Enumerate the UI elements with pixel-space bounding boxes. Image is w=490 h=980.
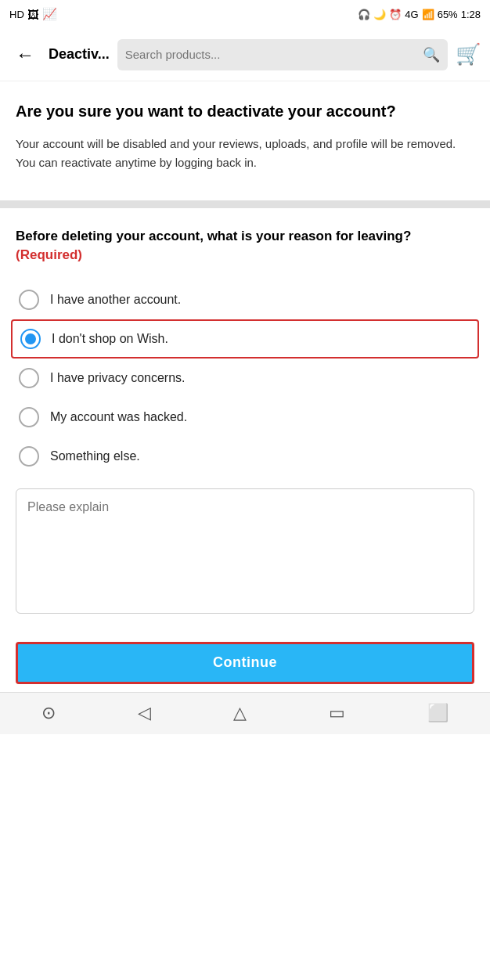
nav-home-button[interactable]: ⊙ — [31, 698, 67, 728]
bottom-area: Continue — [0, 629, 490, 684]
radio-circle-2 — [20, 329, 41, 349]
media-icon: 🖼 — [27, 8, 39, 21]
chart-icon: 📈 — [42, 7, 57, 21]
radio-option-1[interactable]: I have another account. — [16, 280, 474, 319]
question-title: Are you sure you want to deactivate your… — [16, 100, 474, 122]
radio-label-2: I don't shop on Wish. — [52, 332, 168, 346]
search-icon: 🔍 — [423, 46, 440, 63]
hd-label: HD — [9, 9, 24, 20]
signal-icon: 📶 — [422, 9, 434, 20]
battery-label: 65% — [438, 9, 458, 20]
nav-recents-button[interactable]: ▭ — [318, 698, 356, 728]
radio-circle-1 — [19, 290, 39, 310]
status-bar-right: 🎧 🌙 ⏰ 4G 📶 65% 1:28 — [358, 9, 481, 20]
nav-menu-button[interactable]: ⬜ — [416, 698, 459, 728]
main-content: Are you sure you want to deactivate your… — [0, 81, 490, 185]
radio-label-1: I have another account. — [50, 293, 181, 307]
status-bar: HD 🖼 📈 🎧 🌙 ⏰ 4G 📶 65% 1:28 — [0, 0, 490, 28]
status-bar-left: HD 🖼 📈 — [9, 7, 57, 21]
required-label: (Required) — [16, 247, 82, 262]
search-input[interactable] — [125, 48, 418, 61]
radio-label-3: I have privacy concerns. — [50, 371, 186, 385]
back-button[interactable]: ← — [9, 41, 41, 69]
toolbar: ← Deactiv... 🔍 🛒 — [0, 28, 490, 81]
radio-circle-3 — [19, 368, 39, 388]
explain-textarea[interactable] — [16, 488, 474, 614]
alarm-icon: ⏰ — [389, 9, 402, 20]
moon-icon: 🌙 — [373, 9, 386, 20]
reason-title: Before deleting your account, what is yo… — [16, 227, 474, 265]
bottom-nav: ⊙ ◁ △ ▭ ⬜ — [0, 692, 490, 734]
radio-circle-5 — [19, 446, 39, 467]
cart-button[interactable]: 🛒 — [456, 42, 481, 67]
radio-option-5[interactable]: Something else. — [16, 437, 474, 476]
radio-label-5: Something else. — [50, 449, 140, 463]
continue-button[interactable]: Continue — [16, 642, 474, 684]
page-title: Deactiv... — [49, 46, 110, 63]
time-label: 1:28 — [461, 9, 481, 20]
network-label: 4G — [405, 9, 418, 20]
nav-back-button[interactable]: ◁ — [127, 698, 162, 728]
radio-option-4[interactable]: My account was hacked. — [16, 398, 474, 437]
headphone-icon: 🎧 — [358, 9, 370, 20]
description-text: Your account will be disabled and your r… — [16, 135, 474, 172]
radio-option-2[interactable]: I don't shop on Wish. — [11, 319, 479, 358]
reason-section: Before deleting your account, what is yo… — [0, 208, 490, 629]
search-bar[interactable]: 🔍 — [117, 39, 448, 70]
radio-label-4: My account was hacked. — [50, 410, 187, 424]
radio-circle-4 — [19, 407, 39, 427]
nav-home2-button[interactable]: △ — [222, 698, 258, 728]
section-divider — [0, 200, 490, 208]
radio-option-3[interactable]: I have privacy concerns. — [16, 358, 474, 398]
